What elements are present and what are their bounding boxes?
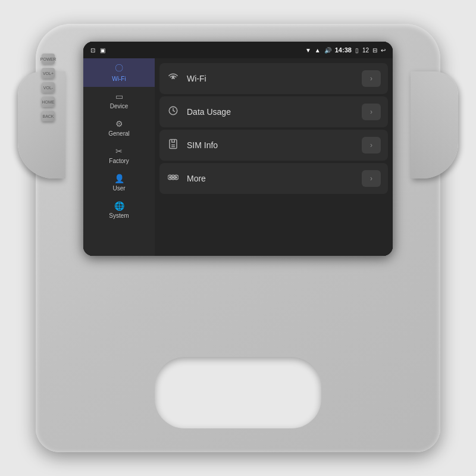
menu-item-sim-left: SIM Info (167, 139, 218, 152)
wifi-chevron[interactable]: › (362, 70, 381, 87)
home-status-icon: ⊡ (90, 47, 95, 54)
data-usage-icon (167, 105, 180, 118)
hardware-buttons: POWER VOL+ VOL- HOME BACK (42, 54, 55, 121)
wifi-menu-label: Wi-Fi (187, 74, 206, 83)
back-status-icon: ↩ (381, 47, 386, 54)
sim-info-label: SIM Info (187, 140, 218, 150)
wifi-status-icon: ▼ (305, 47, 311, 54)
factory-icon: ✂ (115, 146, 123, 156)
sidebar-item-user[interactable]: 👤 User (83, 169, 155, 196)
clock: 14:38 (335, 46, 352, 54)
battery-num: 12 (362, 47, 369, 54)
signal-status-icon: ▲ (315, 47, 321, 54)
menu-list: Wi-Fi › (155, 58, 393, 256)
more-chevron[interactable]: › (362, 170, 381, 187)
home-button[interactable]: HOME (42, 96, 55, 107)
sidebar-factory-label: Factory (109, 158, 129, 164)
volume-status-icon: 🔊 (324, 47, 331, 54)
sidebar-item-device[interactable]: ▭ Device (83, 87, 155, 114)
sidebar: 〇 Wi-Fi ▭ Device ⚙ General ✂ Factory (83, 58, 155, 256)
sidebar-item-system[interactable]: 🌐 System (83, 196, 155, 224)
wifi-menu-icon (167, 72, 180, 85)
more-label: More (187, 174, 206, 183)
data-usage-chevron[interactable]: › (362, 104, 381, 120)
more-icon (167, 172, 180, 185)
sidebar-item-general[interactable]: ⚙ General (83, 114, 155, 142)
sidebar-wifi-label: Wi-Fi (112, 76, 126, 82)
main-content: 〇 Wi-Fi ▭ Device ⚙ General ✂ Factory (83, 58, 393, 256)
globe-icon: 🌐 (114, 201, 124, 211)
menu-item-sim-info[interactable]: SIM Info › (159, 130, 388, 161)
camera-status-icon: ▣ (100, 47, 105, 54)
sim-info-chevron[interactable]: › (362, 137, 381, 154)
menu-item-wifi[interactable]: Wi-Fi › (159, 63, 388, 94)
sidebar-item-wifi[interactable]: 〇 Wi-Fi (83, 58, 155, 87)
bottom-cutout (155, 357, 321, 428)
power-button[interactable]: POWER (42, 54, 55, 64)
menu-item-data-left: Data Usage (167, 105, 231, 118)
data-usage-label: Data Usage (187, 107, 231, 117)
right-panel: Wi-Fi › (155, 58, 393, 256)
sim-info-icon (167, 139, 180, 152)
dock-icon: ⊟ (372, 47, 377, 54)
sidebar-device-label: Device (110, 103, 129, 109)
menu-item-wifi-left: Wi-Fi (167, 72, 206, 85)
vol-down-button[interactable]: VOL- (42, 82, 55, 93)
car-mount: POWER VOL+ VOL- HOME BACK ⊡ ▣ ▼ ▲ 🔊 14:3… (36, 24, 440, 452)
battery-icon: ▯ (355, 47, 359, 54)
menu-item-data-usage[interactable]: Data Usage › (159, 96, 388, 127)
status-bar: ⊡ ▣ ▼ ▲ 🔊 14:38 ▯ 12 ⊟ ↩ (83, 42, 393, 58)
sidebar-system-label: System (109, 212, 129, 219)
user-icon: 👤 (114, 174, 124, 183)
sidebar-general-label: General (108, 130, 130, 137)
vol-up-button[interactable]: VOL+ (42, 68, 55, 79)
gear-icon: ⚙ (115, 119, 123, 129)
menu-item-more[interactable]: More › (159, 163, 388, 194)
menu-item-more-left: More (167, 172, 206, 185)
back-button[interactable]: BACK (42, 111, 55, 121)
sidebar-item-factory[interactable]: ✂ Factory (83, 142, 155, 169)
device-sidebar-icon: ▭ (115, 92, 123, 101)
screen-bezel: ⊡ ▣ ▼ ▲ 🔊 14:38 ▯ 12 ⊟ ↩ (83, 42, 393, 256)
status-right: ▼ ▲ 🔊 14:38 ▯ 12 ⊟ ↩ (305, 46, 386, 54)
sidebar-user-label: User (112, 185, 125, 192)
wifi-sidebar-icon: 〇 (115, 63, 123, 74)
status-left: ⊡ ▣ (90, 47, 105, 54)
screen: ⊡ ▣ ▼ ▲ 🔊 14:38 ▯ 12 ⊟ ↩ (83, 42, 393, 256)
